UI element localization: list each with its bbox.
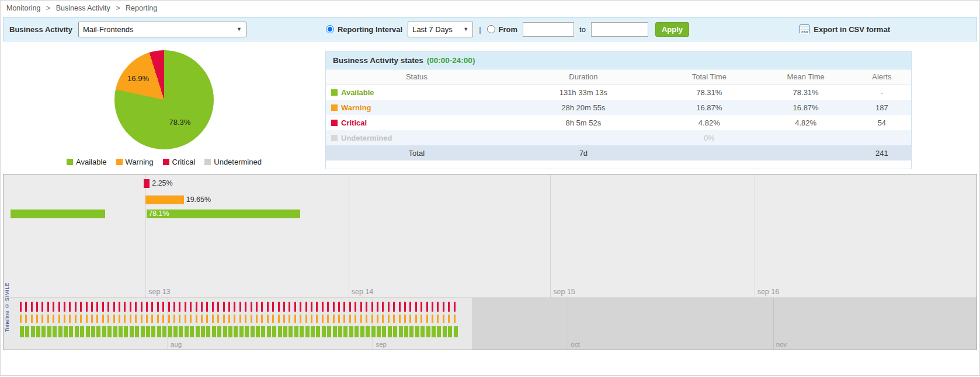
states-table: Business Activity states (00:00-24:00) S… [325, 51, 912, 169]
overview-tick-warning [113, 315, 115, 323]
table-cell: 16.87% [759, 103, 852, 112]
overview-tick-warning [311, 315, 312, 323]
legend-item-undetermined: Undetermined [204, 158, 262, 166]
overview-tick-warning [283, 315, 285, 323]
overview-tick-warning [173, 315, 175, 323]
overview-tick-warning [41, 315, 43, 323]
overview-tick-warning [366, 315, 367, 323]
business-activity-label: Business Activity [9, 25, 72, 34]
overview-tick-critical [185, 302, 186, 312]
custom-range-radio[interactable] [487, 25, 495, 33]
timeline-main-band[interactable]: sep 13sep 14sep 15sep 162.25%19.65%78.1% [4, 174, 976, 298]
overview-viewport-highlight[interactable] [4, 298, 473, 350]
overview-tick-warning [333, 315, 335, 323]
overview-tick-critical [338, 302, 340, 312]
overview-tick-critical [382, 302, 384, 312]
overview-tick-critical [448, 302, 450, 312]
overview-tick-warning [294, 315, 296, 323]
overview-tick-warning [102, 315, 104, 323]
overview-tick-warning [212, 315, 214, 323]
reporting-interval-radio[interactable] [326, 25, 334, 33]
page: Monitoring > Business Activity > Reporti… [0, 0, 980, 376]
overview-tick-warning [80, 315, 82, 323]
timeline-event-bar-available[interactable] [147, 210, 300, 218]
overview-tick-critical [20, 302, 22, 312]
table-cell: - [853, 88, 911, 97]
overview-tick-warning [217, 315, 219, 323]
export-csv-link[interactable]: csv Export in CSV format [800, 25, 890, 34]
overview-tick-available [69, 326, 73, 337]
available-legend-swatch [67, 159, 73, 165]
reporting-interval-select[interactable]: Last 7 Days ▼ [408, 22, 473, 37]
overview-tick-warning [404, 315, 406, 323]
breadcrumb-link-business-activity[interactable]: Business Activity [56, 4, 110, 12]
overview-tick-available [251, 326, 255, 337]
from-date-input[interactable] [523, 22, 574, 37]
timeline-event-bar-warning[interactable] [145, 196, 183, 204]
overview-tick-critical [80, 302, 82, 312]
table-cell: 78.31% [759, 88, 852, 97]
overview-tick-warning [454, 315, 456, 323]
overview-tick-available [443, 326, 447, 337]
states-table-header: Status Duration Total Time Mean Time Ale… [326, 69, 911, 85]
overview-tick-available [151, 326, 155, 337]
breadcrumb-separator: > [116, 4, 120, 12]
pie-slice-label: 78.3% [169, 118, 191, 127]
business-activity-select[interactable]: Mail-Frontends ▼ [78, 22, 246, 37]
total-alerts: 241 [853, 149, 911, 158]
overview-tick-critical [377, 302, 378, 312]
overview-tick-critical [212, 302, 214, 312]
day-label: sep 14 [352, 288, 374, 296]
overview-tick-warning [20, 315, 22, 323]
overview-tick-critical [31, 302, 33, 312]
apply-button[interactable]: Apply [655, 22, 689, 37]
day-label: sep 13 [148, 288, 171, 296]
timeline-credit[interactable]: Timeline © SIMILE [4, 282, 10, 332]
overview-tick-available [448, 326, 452, 337]
timeline-overview-band[interactable]: augsepoctnov [4, 298, 976, 350]
overview-tick-available [371, 326, 376, 337]
legend-label: Warning [126, 158, 154, 166]
timeline-event-bar-available[interactable] [11, 210, 105, 218]
overview-tick-available [102, 326, 106, 337]
to-date-input[interactable] [591, 22, 648, 37]
overview-tick-available [41, 326, 46, 337]
timeline-event-bar-critical[interactable] [144, 179, 150, 188]
overview-tick-available [146, 326, 150, 337]
overview-tick-warning [91, 315, 93, 323]
column-header-duration: Duration [508, 72, 660, 81]
overview-tick-critical [421, 302, 422, 312]
overview-tick-available [36, 326, 40, 337]
overview-tick-critical [190, 302, 192, 312]
overview-tick-critical [278, 302, 280, 312]
pie-legend: AvailableWarningCriticalUndetermined [3, 158, 325, 166]
overview-tick-warning [228, 315, 230, 323]
overview-tick-available [322, 326, 326, 337]
status-swatch [331, 135, 338, 141]
overview-tick-available [415, 326, 419, 337]
column-header-status: Status [326, 72, 508, 81]
overview-tick-critical [305, 302, 307, 312]
overview-tick-warning [124, 315, 126, 323]
states-table-title: Business Activity states [333, 56, 423, 65]
overview-tick-available [107, 326, 112, 337]
overview-tick-critical [388, 302, 390, 312]
undetermined-legend-swatch [204, 159, 211, 165]
overview-tick-warning [261, 315, 263, 323]
table-cell: 16.87% [659, 103, 759, 112]
overview-tick-critical [107, 302, 109, 312]
overview-tick-critical [409, 302, 411, 312]
month-gridline [568, 298, 568, 350]
breadcrumb-link-monitoring[interactable]: Monitoring [6, 4, 40, 12]
overview-tick-available [53, 326, 57, 337]
overview-tick-available [437, 326, 441, 337]
overview-tick-warning [157, 315, 159, 323]
overview-tick-critical [283, 302, 285, 312]
month-label: sep [376, 341, 387, 348]
overview-tick-critical [311, 302, 312, 312]
overview-tick-warning [69, 315, 71, 323]
overview-tick-warning [421, 315, 422, 323]
table-cell: 54 [853, 118, 911, 127]
overview-tick-warning [399, 315, 401, 323]
overview-tick-critical [245, 302, 246, 312]
